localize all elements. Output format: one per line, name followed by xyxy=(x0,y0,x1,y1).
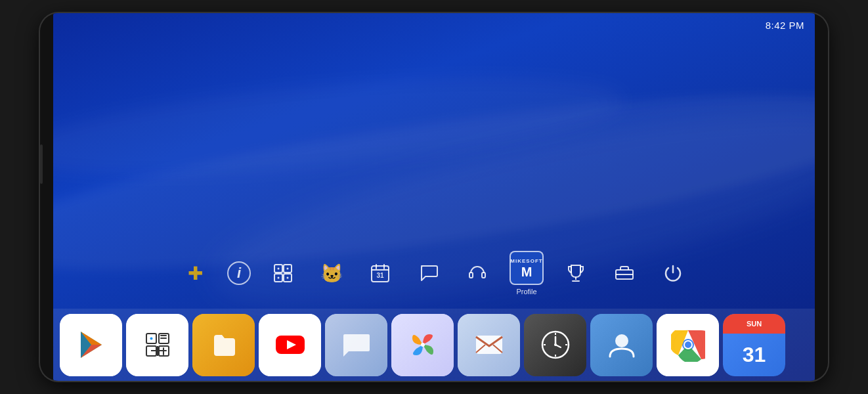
svg-rect-14 xyxy=(482,273,485,278)
phone-screen: 8:42 PM ✚ i xyxy=(53,13,815,381)
svg-rect-37 xyxy=(476,336,502,354)
svg-point-36 xyxy=(421,343,425,347)
status-bar: 8:42 PM xyxy=(766,20,804,31)
svg-point-43 xyxy=(554,343,557,346)
quick-icon-calendar[interactable]: 31 xyxy=(364,257,397,290)
dock-item-mail[interactable] xyxy=(458,314,520,376)
svg-point-4 xyxy=(278,268,280,270)
quick-icon-info[interactable]: i xyxy=(227,261,251,285)
volume-button[interactable] xyxy=(40,144,43,184)
clock: 8:42 PM xyxy=(766,20,804,31)
phone-frame: 8:42 PM ✚ i xyxy=(40,13,828,381)
quick-icon-trophies[interactable] xyxy=(559,257,592,290)
dock-item-contacts[interactable] xyxy=(590,314,653,376)
quick-menu: ✚ i xyxy=(179,251,689,296)
quick-icon-psplus[interactable]: ✚ xyxy=(179,257,211,290)
dock-item-pinwheel[interactable] xyxy=(391,314,454,376)
profile-label: Profile xyxy=(516,288,536,296)
dock: Google Play xyxy=(53,309,815,381)
quick-icon-power[interactable] xyxy=(657,257,689,290)
svg-point-7 xyxy=(287,277,289,279)
svg-point-52 xyxy=(685,341,691,348)
dock-item-youtube[interactable] xyxy=(259,314,321,376)
quick-icon-chat[interactable] xyxy=(412,257,445,290)
quick-icon-whatsnew[interactable] xyxy=(267,257,299,290)
svg-point-5 xyxy=(287,268,289,270)
dock-item-google-play[interactable]: Google Play xyxy=(60,314,122,376)
quick-icon-friends[interactable]: 🐱 xyxy=(315,257,348,290)
dock-item-beeper[interactable] xyxy=(325,314,387,376)
svg-text:31: 31 xyxy=(376,272,384,279)
quick-icon-settings[interactable] xyxy=(608,257,641,290)
svg-rect-13 xyxy=(469,273,473,278)
svg-point-6 xyxy=(278,277,280,279)
dock-item-files[interactable] xyxy=(192,314,255,376)
dock-item-playstation[interactable] xyxy=(126,314,188,376)
quick-icon-profile[interactable]: MIKESOFT M Profile xyxy=(510,251,544,296)
dock-item-clock[interactable] xyxy=(524,314,586,376)
dock-label-google-play: Google Play xyxy=(60,366,122,373)
svg-point-29 xyxy=(150,338,152,340)
quick-icon-support[interactable] xyxy=(461,257,494,290)
svg-point-48 xyxy=(615,334,628,347)
dock-item-calendar[interactable]: SUN 31 xyxy=(723,314,785,376)
dock-item-chrome[interactable] xyxy=(657,314,719,376)
